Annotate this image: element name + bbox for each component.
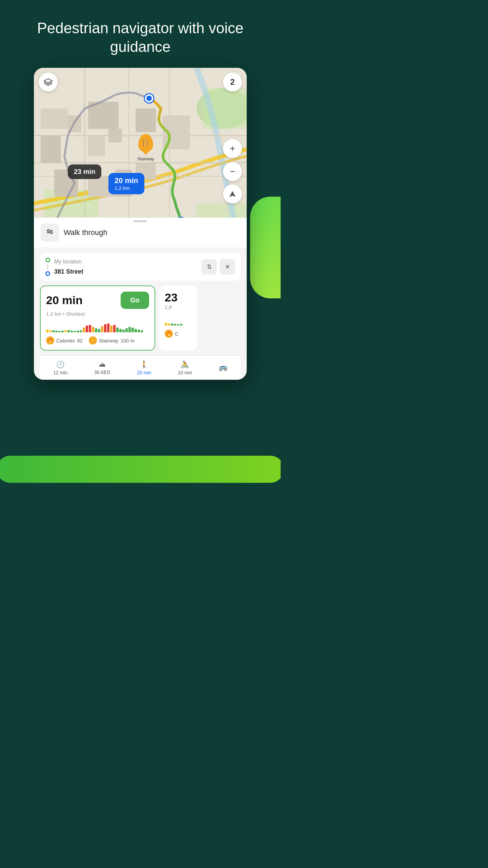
bar-25 — [122, 330, 125, 332]
route-inputs: My location 381 Street ⇅ ✕ — [40, 253, 241, 281]
bar-4 — [58, 331, 61, 332]
bottom-panel: My location 381 Street ⇅ ✕ 20 min Go 1,2… — [34, 248, 247, 380]
navigate-button[interactable] — [223, 184, 242, 203]
bar-24 — [119, 329, 122, 332]
bar-3 — [55, 331, 58, 332]
bar-7 — [67, 330, 70, 332]
route-card-1[interactable]: 20 min Go 1,2 km • Shortest 🔥 Calories 9… — [40, 285, 155, 351]
layers-button[interactable] — [39, 73, 58, 92]
bar-1 — [168, 323, 170, 326]
stairway-extra-icon: ⚡ — [89, 336, 97, 344]
tab-walk-label: 20 min — [137, 370, 151, 375]
route-cards: 20 min Go 1,2 km • Shortest 🔥 Calories 9… — [40, 285, 241, 351]
stairway-extra-label: Stairway — [99, 338, 119, 343]
route-labels: My location 381 Street — [54, 259, 197, 275]
bar-19 — [104, 324, 106, 332]
stairway-info: ⚡ Stairway 100 m — [89, 336, 135, 344]
stairway-extra-value: 100 m — [120, 338, 135, 343]
bar-12 — [83, 328, 85, 332]
tab-toll-label: 30 AED — [94, 370, 110, 375]
bar-10 — [77, 331, 79, 332]
bar-0 — [46, 330, 48, 332]
bar-23 — [116, 328, 119, 332]
route-time-dark-bubble: 23 min — [68, 164, 101, 179]
tab-toll[interactable]: ⛰ 30 AED — [94, 360, 110, 375]
route-line — [47, 264, 48, 270]
bar-13 — [86, 326, 88, 332]
bg-decoration-bottom — [0, 456, 281, 483]
tab-walk[interactable]: 🚶 20 min — [137, 360, 151, 375]
zoom-in-button[interactable]: + — [223, 139, 242, 158]
svg-rect-11 — [41, 108, 68, 129]
transit-icon: 🚌 — [219, 363, 227, 371]
map-area: 12:30 2 + − 23 min — [34, 68, 247, 248]
bar-1 — [49, 330, 52, 332]
step-number-badge: 2 — [223, 73, 242, 92]
bar-4 — [177, 324, 179, 326]
origin-label[interactable]: My location — [54, 259, 197, 265]
phone-mockup: 12:30 2 + − 23 min — [34, 68, 247, 380]
bar-18 — [101, 326, 103, 332]
elevation-chart-1 — [46, 320, 149, 332]
walk-through-label[interactable]: Walk through — [64, 228, 107, 237]
bar-16 — [95, 328, 97, 332]
bar-20 — [107, 323, 109, 332]
zoom-out-button[interactable]: − — [223, 162, 242, 181]
calories-value: 92 — [77, 338, 83, 343]
svg-point-31 — [50, 232, 52, 234]
bar-2 — [171, 323, 173, 326]
destination-label[interactable]: 381 Street — [54, 268, 197, 275]
filter-icon — [46, 229, 54, 237]
tab-bike[interactable]: 🚴 10 min — [178, 360, 192, 375]
bar-5 — [180, 324, 182, 326]
bike-icon: 🚴 — [181, 360, 189, 369]
bar-26 — [125, 328, 128, 332]
svg-rect-17 — [136, 108, 156, 132]
page-title: Pedestrian navigator with voice guidance — [0, 19, 281, 56]
bar-17 — [98, 329, 100, 332]
bar-22 — [113, 325, 116, 332]
svg-point-24 — [146, 96, 152, 101]
bar-3 — [174, 324, 176, 326]
go-button[interactable]: Go — [121, 292, 149, 309]
route-sub-1: 1,2 km • Shortest — [46, 311, 149, 317]
route-time-blue-bubble: 20 min 1,2 km — [108, 173, 144, 194]
layers-icon — [43, 77, 53, 87]
route-extras-1: 🔥 Calories 92 ⚡ Stairway 100 m — [46, 336, 149, 344]
bar-0 — [165, 323, 167, 326]
bg-decoration-right — [250, 197, 281, 298]
tab-car[interactable]: 🕐 12 min — [53, 360, 67, 375]
stairway-icon: 🪜 — [141, 139, 150, 147]
filter-button[interactable] — [41, 223, 59, 242]
navigate-icon — [229, 190, 236, 198]
bar-29 — [135, 329, 137, 332]
walk-icon: 🚶 — [140, 360, 148, 369]
tab-bike-label: 10 min — [178, 370, 192, 375]
destination-dot — [45, 271, 50, 276]
svg-rect-15 — [88, 136, 105, 156]
bar-30 — [138, 330, 140, 332]
tab-transit[interactable]: 🚌 — [219, 363, 227, 373]
bar-2 — [52, 330, 55, 332]
close-route-button[interactable]: ✕ — [220, 259, 235, 275]
bar-5 — [61, 331, 64, 332]
walk-through-bar: Walk through — [34, 218, 247, 248]
tab-car-label: 12 min — [53, 370, 67, 375]
calories-icon: 🔥 — [46, 336, 54, 344]
svg-rect-12 — [41, 136, 61, 163]
elevation-chart-2 — [165, 313, 192, 326]
route-time-1: 20 min — [46, 294, 83, 307]
bar-8 — [70, 331, 73, 332]
swap-routes-button[interactable]: ⇅ — [201, 259, 217, 275]
svg-marker-27 — [229, 191, 236, 197]
route-card-2[interactable]: 23 1,8 🔥 C — [159, 285, 197, 351]
bar-15 — [92, 327, 94, 332]
svg-point-30 — [47, 230, 49, 232]
toll-icon: ⛰ — [99, 360, 106, 368]
route-card-1-header: 20 min Go — [46, 292, 149, 309]
bar-28 — [131, 328, 134, 332]
calories-info: 🔥 Calories 92 — [46, 336, 83, 344]
origin-dot — [45, 258, 50, 262]
bar-6 — [64, 330, 67, 332]
route-actions: ⇅ ✕ — [201, 259, 235, 275]
